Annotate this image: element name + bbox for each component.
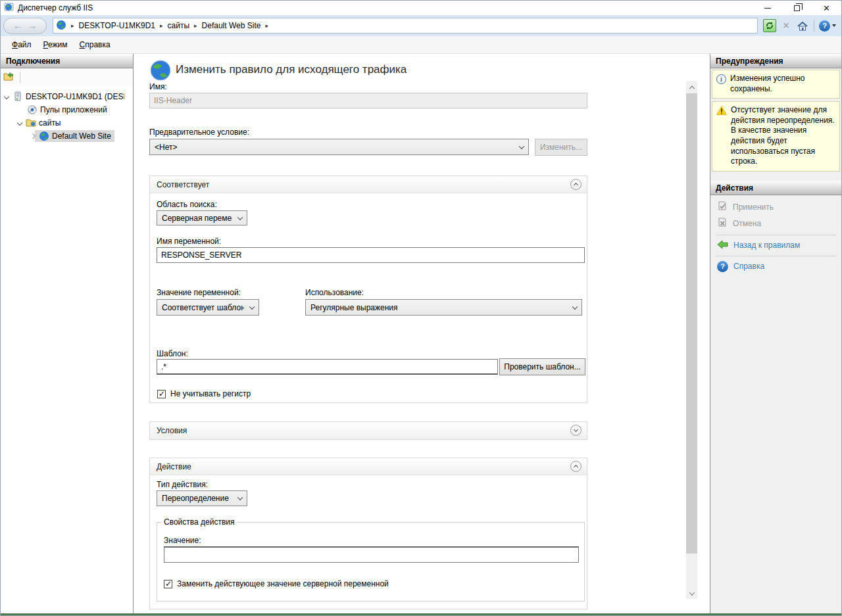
tree-item-label: Пулы приложений	[40, 105, 107, 114]
menu-file[interactable]: Файл	[6, 37, 37, 52]
match-section-header: Соответствует	[150, 176, 587, 193]
action-section-title: Действие	[157, 462, 191, 471]
pattern-input[interactable]	[157, 359, 498, 375]
server-icon	[12, 91, 23, 102]
alert-text: Отсутствует значение для действия переоп…	[731, 105, 836, 167]
scroll-up-button[interactable]	[686, 81, 697, 92]
scrollbar-thumb[interactable]	[686, 93, 697, 554]
chevron-down-icon	[249, 304, 255, 309]
action-properties-legend: Свойства действия	[161, 517, 237, 527]
save-connection-icon[interactable]	[3, 72, 15, 84]
back-icon[interactable]: ←	[13, 21, 22, 30]
chevron-down-icon	[519, 143, 524, 149]
operation-select[interactable]: Соответствует шаблону	[157, 299, 259, 316]
replace-value-checkbox[interactable]	[164, 580, 172, 588]
minimize-button[interactable]	[753, 1, 782, 15]
edit-precondition-button: Изменить...	[535, 139, 587, 156]
ignore-case-checkbox[interactable]	[157, 390, 166, 398]
cancel-label: Отмена	[733, 219, 761, 228]
replace-value-label: Заменить действующее значение серверной …	[177, 579, 389, 588]
tree-item-label: сайты	[39, 118, 61, 128]
value-input[interactable]	[164, 546, 579, 563]
action-section: Действие Тип действия: Переопределение С…	[149, 458, 587, 609]
breadcrumb-separator-icon: ▸	[66, 22, 79, 29]
name-input	[149, 93, 587, 108]
collapse-section-button[interactable]	[570, 179, 582, 190]
chevron-expanded-icon[interactable]	[17, 120, 22, 126]
action-properties-group: Свойства действия Значение: Заменить дей…	[157, 517, 585, 602]
precondition-select[interactable]: <Нет>	[149, 139, 529, 155]
breadcrumb-item-sites[interactable]: сайты	[168, 21, 190, 30]
site-globe-icon[interactable]	[56, 20, 66, 32]
scroll-down-button[interactable]	[686, 588, 697, 599]
close-button[interactable]: ✕	[812, 1, 841, 15]
scope-select[interactable]: Серверная переменн	[157, 210, 247, 225]
tree-item-label: DESKTOP-U1MK9D1 (DESKTOP	[26, 92, 124, 101]
using-label: Использование:	[305, 288, 364, 297]
variable-name-input[interactable]	[157, 247, 585, 263]
replace-value-row[interactable]: Заменить действующее значение серверной …	[164, 579, 389, 588]
expand-section-button[interactable]	[570, 425, 582, 436]
back-to-rules-link[interactable]: Назад к правилам	[710, 238, 841, 253]
apply-action: Применить	[710, 199, 841, 216]
page-title: Изменить правило для исходящего трафика	[176, 63, 407, 76]
chevron-down-icon	[237, 495, 243, 500]
actions-list: Применить Отмена Назад к правилам	[710, 195, 841, 274]
menu-view[interactable]: Режим	[37, 37, 74, 52]
precondition-label: Предварительное условие:	[149, 128, 249, 137]
address-bar: ← → ▸ DESKTOP-U1MK9D1 ▸ сайты ▸ Default …	[1, 15, 841, 36]
chevron-down-icon	[572, 304, 578, 309]
breadcrumb-item-server[interactable]: DESKTOP-U1MK9D1	[79, 21, 155, 30]
home-icon	[797, 21, 808, 31]
website-globe-icon	[39, 131, 49, 141]
connections-panel: Подключения DESKTOP-U1MK9D1 (DESKTOP	[1, 54, 134, 613]
selected-tree-item[interactable]: Default Web Site	[35, 130, 114, 142]
action-section-header: Действие	[150, 458, 587, 475]
back-to-rules-label: Назад к правилам	[733, 241, 800, 250]
test-pattern-button[interactable]: Проверить шаблон...	[499, 358, 585, 375]
apply-label: Применить	[733, 202, 774, 212]
app-icon	[4, 2, 14, 14]
window-title: Диспетчер служб IIS	[18, 3, 93, 12]
name-label: Имя:	[149, 82, 167, 91]
toolbar-separator	[20, 72, 20, 83]
connections-toolbar	[1, 68, 133, 87]
tree-item-sites[interactable]: сайты	[1, 116, 133, 130]
tree-item-label: Default Web Site	[52, 131, 111, 141]
breadcrumb-item-default-web-site[interactable]: Default Web Site	[202, 21, 261, 30]
action-type-select[interactable]: Переопределение	[157, 490, 247, 506]
actions-header: Действия	[710, 181, 841, 195]
menu-help[interactable]: Справка	[74, 37, 116, 52]
toolbar-separator	[814, 20, 814, 32]
vertical-scrollbar[interactable]	[686, 81, 697, 599]
breadcrumb-separator-icon: ▸	[260, 22, 273, 29]
tree-item-server[interactable]: DESKTOP-U1MK9D1 (DESKTOP	[1, 90, 133, 103]
refresh-button[interactable]	[763, 19, 776, 32]
forward-icon[interactable]: →	[28, 21, 37, 30]
tree-item-app-pools[interactable]: Пулы приложений	[1, 103, 133, 116]
breadcrumb-separator-icon: ▸	[189, 22, 202, 29]
warning-icon	[716, 106, 727, 167]
title-bar: Диспетчер служб IIS ✕	[1, 1, 841, 15]
chevron-expanded-icon[interactable]	[4, 94, 9, 99]
main-content: Изменить правило для исходящего трафика …	[134, 54, 710, 613]
ignore-case-row[interactable]: Не учитывать регистр	[157, 389, 251, 398]
using-select[interactable]: Регулярные выражения	[305, 299, 582, 316]
connections-tree: DESKTOP-U1MK9D1 (DESKTOP Пулы приложений…	[1, 87, 133, 143]
iis-manager-window: Диспетчер служб IIS ✕ ← → ▸ DESKTOP-U1MK…	[0, 0, 842, 616]
alert-info: i Изменения успешно сохранены.	[712, 70, 840, 99]
alert-warning: Отсутствует значение для действия переоп…	[712, 101, 840, 172]
restore-button[interactable]	[782, 1, 812, 15]
breadcrumb: ▸ DESKTOP-U1MK9D1 ▸ сайты ▸ Default Web …	[53, 18, 758, 34]
scope-label: Область поиска:	[157, 200, 217, 209]
cancel-icon	[717, 218, 728, 230]
right-panel: Предупреждения i Изменения успешно сохра…	[710, 54, 841, 613]
home-button[interactable]	[796, 19, 809, 32]
page-globe-icon	[149, 59, 172, 83]
help-link[interactable]: ? Справка	[710, 259, 841, 274]
variable-name-label: Имя переменной:	[157, 237, 221, 246]
help-menu-button[interactable]: ?	[819, 20, 836, 32]
tree-item-default-web-site[interactable]: Default Web Site	[1, 130, 133, 143]
collapse-section-button[interactable]	[570, 461, 582, 472]
actions-separator	[716, 256, 836, 256]
